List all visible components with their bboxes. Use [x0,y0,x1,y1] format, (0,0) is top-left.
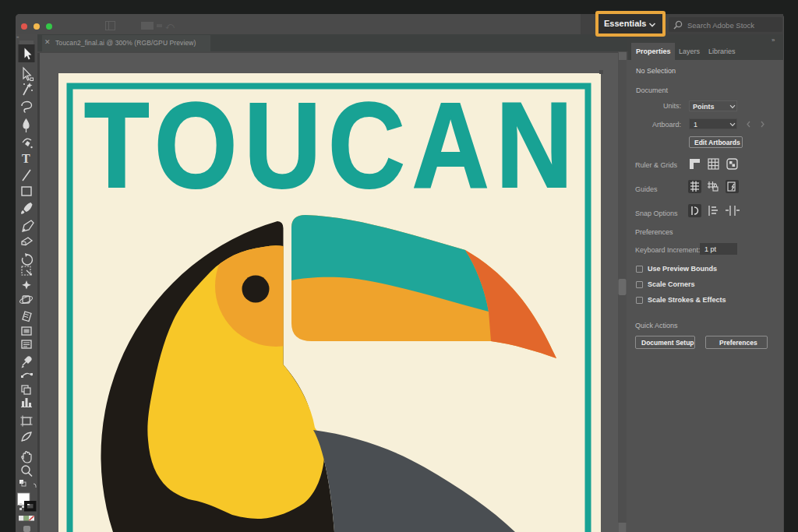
svg-text:T: T [22,152,30,165]
svg-text:TOUCAN: TOUCAN [84,78,580,213]
